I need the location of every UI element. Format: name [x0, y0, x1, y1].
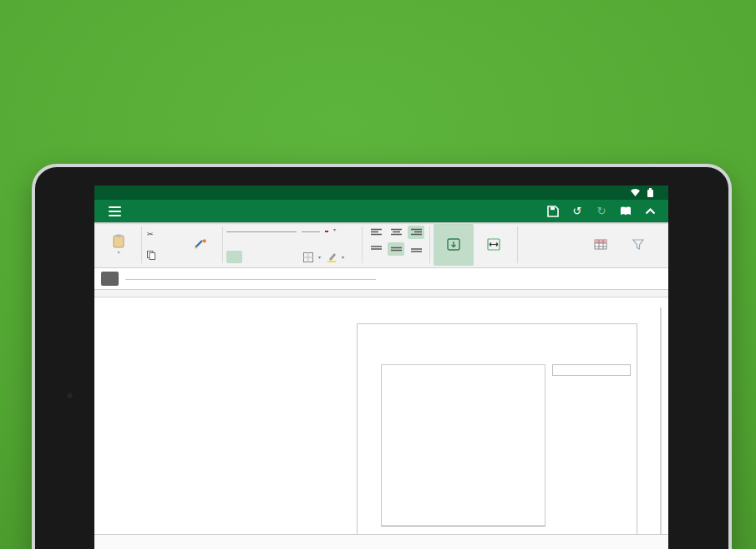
- copy-button[interactable]: [147, 251, 159, 260]
- highlighter-icon: [327, 252, 337, 262]
- merge-cells-icon: [487, 238, 500, 251]
- wrap-text-icon: [447, 238, 460, 251]
- redo-icon: ↻: [593, 203, 610, 220]
- font-color-caret[interactable]: ▾: [333, 226, 336, 232]
- align-center-button[interactable]: [388, 226, 404, 239]
- cut-copy-group: ✂: [145, 224, 182, 266]
- formula-bar: [94, 268, 668, 290]
- status-bar: [94, 186, 668, 200]
- highlight-button[interactable]: [323, 251, 339, 263]
- spreadsheet-grid: [94, 297, 668, 534]
- scrollbar[interactable]: [660, 308, 662, 534]
- wifi-icon: [627, 186, 643, 201]
- collapse-toolbar-icon[interactable]: [642, 203, 658, 220]
- number-format-group: [521, 224, 541, 266]
- promo-background: ↺ ↻ ▾ ✂: [0, 0, 756, 549]
- scissors-icon: ✂: [147, 230, 154, 238]
- align-top-button[interactable]: [368, 242, 384, 256]
- align-right-button[interactable]: [408, 226, 424, 239]
- clipboard-icon: [113, 234, 124, 248]
- bold-button[interactable]: [226, 251, 242, 263]
- format-painter-icon: [194, 238, 207, 250]
- font-controls: ▾ ▾ ▾: [226, 224, 358, 266]
- chart-plot-area: [381, 364, 545, 526]
- filter-button[interactable]: [620, 224, 657, 266]
- book-reader-icon[interactable]: [617, 203, 634, 220]
- strikethrough-button[interactable]: [282, 251, 297, 263]
- highlight-caret[interactable]: ▾: [342, 254, 344, 260]
- format-painter-button[interactable]: [182, 224, 219, 266]
- fx-icon[interactable]: [101, 272, 119, 286]
- borders-button[interactable]: [300, 251, 316, 263]
- app-screen: ↺ ↻ ▾ ✂: [94, 186, 668, 549]
- borders-icon: [303, 252, 313, 262]
- align-middle-button[interactable]: [388, 242, 404, 256]
- underline-button[interactable]: [263, 251, 279, 263]
- align-left-button[interactable]: [368, 226, 384, 239]
- align-bottom-button[interactable]: [408, 242, 424, 256]
- battery-icon: [647, 186, 653, 201]
- save-icon[interactable]: [545, 203, 561, 220]
- font-color-button[interactable]: [325, 231, 328, 232]
- merge-cells-button[interactable]: [474, 224, 514, 266]
- font-name-select[interactable]: [226, 231, 297, 232]
- app-bar-actions: ↺ ↻: [545, 200, 668, 222]
- font-size-select[interactable]: [302, 231, 320, 232]
- app-bar: ↺ ↻: [94, 200, 668, 222]
- ribbon-toolbar: ▾ ✂: [94, 222, 668, 268]
- undo-icon[interactable]: ↺: [569, 203, 586, 220]
- sheet-tab-bar: [94, 534, 668, 549]
- tablet-device: ↺ ↻ ▾ ✂: [32, 164, 732, 549]
- italic-button[interactable]: [245, 251, 261, 263]
- front-camera: [66, 392, 74, 399]
- borders-caret[interactable]: ▾: [318, 254, 321, 260]
- paste-button[interactable]: ▾: [99, 224, 138, 266]
- delete-button[interactable]: [581, 224, 620, 266]
- filter-funnel-icon: [632, 239, 644, 250]
- column-headers: [94, 290, 668, 297]
- wrap-text-button[interactable]: [434, 224, 474, 266]
- alignment-controls: [366, 224, 426, 266]
- formula-input[interactable]: [125, 278, 376, 280]
- chart-object[interactable]: [357, 323, 637, 534]
- chart-legend: [552, 364, 631, 376]
- delete-rows-icon: [594, 239, 607, 250]
- hamburger-menu-icon[interactable]: [94, 200, 140, 222]
- cut-button[interactable]: ✂: [147, 230, 157, 238]
- copy-icon: [147, 251, 155, 260]
- auto-sum-button[interactable]: [541, 224, 581, 266]
